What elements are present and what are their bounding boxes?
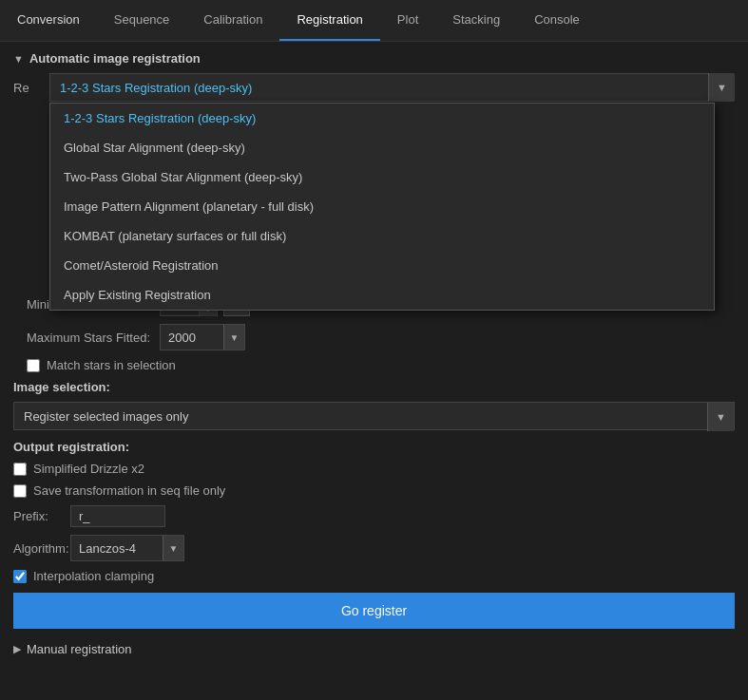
top-navigation: ConversionSequenceCalibrationRegistratio…	[0, 0, 748, 42]
auto-registration-label: Automatic image registration	[29, 51, 201, 66]
prefix-input[interactable]: r_	[70, 505, 165, 527]
dropdown-popup-item[interactable]: Global Star Alignment (deep-sky)	[50, 133, 714, 162]
registration-type-dropdown[interactable]: 1-2-3 Stars Registration (deep-sky) ▼	[49, 73, 735, 102]
prefix-label: Prefix:	[13, 509, 70, 523]
algorithm-arrow-icon[interactable]: ▼	[163, 536, 183, 560]
registration-type-dropdown-arrow[interactable]: ▼	[708, 73, 735, 102]
save-transformation-label[interactable]: Save transformation in seq file only	[33, 483, 225, 498]
max-stars-fitted-label: Maximum Stars Fitted:	[27, 331, 160, 345]
match-stars-label[interactable]: Match stars in selection	[47, 358, 176, 372]
nav-tab-stacking[interactable]: Stacking	[435, 0, 517, 41]
dropdown-popup-item[interactable]: Comet/Asteroid Registration	[50, 251, 714, 280]
dropdown-popup-item[interactable]: KOMBAT (planetary surfaces or full disk)	[50, 221, 714, 251]
interpolation-clamping-row: Interpolation clamping	[13, 569, 735, 583]
algorithm-label: Algorithm:	[13, 541, 70, 556]
nav-tab-sequence[interactable]: Sequence	[97, 0, 187, 41]
image-selection-header: Image selection:	[13, 380, 735, 394]
match-stars-checkbox[interactable]	[27, 359, 40, 372]
dropdown-arrow-icon: ▼	[717, 82, 727, 93]
simplified-drizzle-checkbox[interactable]	[13, 463, 27, 476]
registration-type-popup: 1-2-3 Stars Registration (deep-sky)Globa…	[49, 103, 715, 311]
algorithm-row: Algorithm: Lanczos-4 ▼	[13, 535, 735, 561]
save-transformation-row: Save transformation in seq file only	[13, 483, 735, 498]
interpolation-clamping-checkbox[interactable]	[13, 570, 27, 583]
manual-collapse-arrow-icon[interactable]: ▶	[13, 643, 21, 655]
simplified-drizzle-row: Simplified Drizzle x2	[13, 462, 735, 476]
image-selection-arrow-icon[interactable]: ▼	[707, 403, 734, 431]
simplified-drizzle-label[interactable]: Simplified Drizzle x2	[33, 462, 144, 476]
nav-tab-registration[interactable]: Registration	[279, 0, 379, 41]
interpolation-clamping-label[interactable]: Interpolation clamping	[33, 569, 154, 583]
nav-tab-plot[interactable]: Plot	[380, 0, 435, 41]
collapse-arrow-icon[interactable]: ▼	[13, 53, 24, 65]
registration-type-row: Re 1-2-3 Stars Registration (deep-sky) ▼…	[13, 73, 735, 102]
output-registration-section: Output registration: Simplified Drizzle …	[13, 440, 735, 583]
prefix-row: Prefix: r_	[13, 505, 735, 527]
image-selection-dropdown[interactable]: Register selected images only ▼	[13, 402, 735, 430]
auto-registration-section-header: ▼ Automatic image registration	[13, 51, 735, 66]
output-registration-header: Output registration:	[13, 440, 735, 454]
dropdown-popup-item[interactable]: Two-Pass Global Star Alignment (deep-sky…	[50, 162, 714, 192]
max-stars-fitted-arrow[interactable]: ▼	[223, 325, 244, 350]
registration-type-dropdown-container: 1-2-3 Stars Registration (deep-sky) ▼ 1-…	[49, 73, 735, 102]
nav-tab-console[interactable]: Console	[517, 0, 597, 41]
main-content: ▼ Automatic image registration Re 1-2-3 …	[0, 42, 748, 666]
max-stars-fitted-value: 2000	[161, 331, 223, 345]
image-selection-value: Register selected images only	[24, 409, 188, 424]
algorithm-value: Lanczos-4	[71, 541, 163, 556]
match-stars-row: Match stars in selection	[13, 358, 735, 372]
manual-registration-section: ▶ Manual registration	[13, 642, 735, 656]
dropdown-popup-item[interactable]: Image Pattern Alignment (planetary - ful…	[50, 192, 714, 221]
image-selection-section: Image selection: Register selected image…	[13, 380, 735, 430]
registration-type-selected: 1-2-3 Stars Registration (deep-sky)	[60, 81, 252, 95]
max-stars-fitted-row: Maximum Stars Fitted: 2000 ▼	[13, 324, 735, 350]
max-stars-fitted-select[interactable]: 2000 ▼	[160, 324, 245, 350]
manual-registration-label: Manual registration	[27, 642, 132, 656]
save-transformation-checkbox[interactable]	[13, 484, 27, 498]
algorithm-select[interactable]: Lanczos-4 ▼	[70, 535, 184, 561]
reg-type-short-label: Re	[13, 81, 42, 95]
dropdown-popup-item[interactable]: 1-2-3 Stars Registration (deep-sky)	[50, 104, 714, 133]
nav-tab-conversion[interactable]: Conversion	[0, 0, 97, 41]
nav-tab-calibration[interactable]: Calibration	[186, 0, 279, 41]
go-register-button[interactable]: Go register	[13, 593, 735, 629]
dropdown-popup-item[interactable]: Apply Existing Registration	[50, 280, 714, 310]
